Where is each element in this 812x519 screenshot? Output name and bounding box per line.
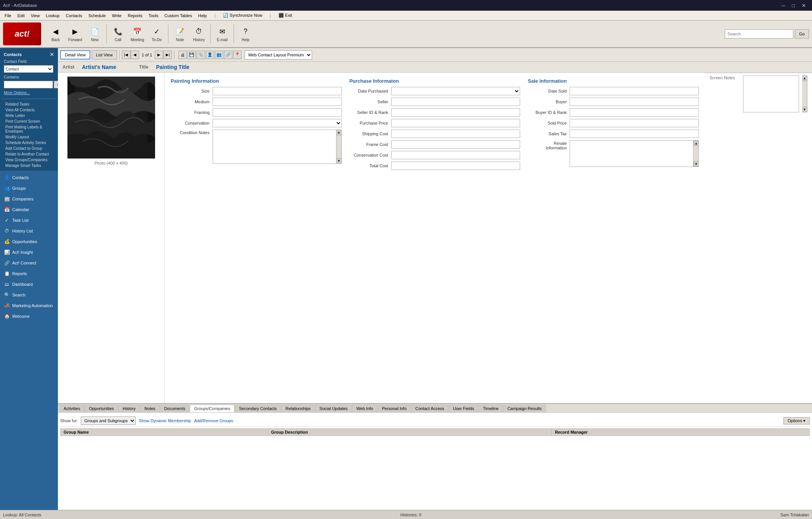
menu-view[interactable]: View	[28, 12, 43, 19]
tab-notes[interactable]: Notes	[140, 405, 160, 412]
groups-options-button[interactable]: Options ▾	[783, 417, 810, 424]
todo-button[interactable]: ✓ To-Do	[147, 22, 166, 45]
close-button[interactable]: ✕	[799, 2, 809, 9]
tab-timeline[interactable]: Timeline	[479, 405, 503, 412]
link-button[interactable]: 🔗	[224, 51, 232, 59]
sidebar-item-companies[interactable]: 🏢 Companies	[0, 194, 58, 204]
seller-id-rank-input[interactable]	[391, 108, 521, 117]
add-contact-to-group-link[interactable]: Add Contact to Group	[2, 146, 56, 151]
detail-view-button[interactable]: Detail View	[60, 50, 90, 59]
tab-documents[interactable]: Documents	[160, 405, 190, 412]
resale-info-textarea[interactable]	[570, 141, 693, 167]
group-description-column-header[interactable]: Group Description	[268, 429, 552, 436]
layout-select[interactable]: Web Contact Layout Premium	[245, 50, 312, 59]
condition-notes-textarea[interactable]	[213, 130, 336, 164]
sidebar-item-groups[interactable]: 👥 Groups	[0, 183, 58, 194]
add-remove-groups-link[interactable]: Add/Remove Groups	[194, 418, 233, 423]
menu-lookup[interactable]: Lookup	[43, 12, 62, 19]
scrollbar-down-button[interactable]: ▼	[336, 158, 341, 163]
tab-campaign-results[interactable]: Campaign Results	[503, 405, 546, 412]
new-button[interactable]: 📄 New	[86, 22, 104, 45]
attach-button[interactable]: 📎	[197, 51, 205, 59]
write-letter-link[interactable]: Write Letter	[2, 113, 56, 119]
sales-tax-input[interactable]	[570, 130, 699, 138]
minimize-button[interactable]: ─	[778, 2, 788, 9]
more-options-link[interactable]: More Options...	[2, 89, 56, 96]
sidebar-search-input[interactable]	[4, 81, 53, 88]
resale-scrollbar-up[interactable]: ▲	[693, 141, 699, 146]
last-record-button[interactable]: ▶|	[163, 51, 172, 59]
size-input[interactable]	[213, 87, 342, 95]
framing-input[interactable]	[213, 108, 342, 117]
menu-tools[interactable]: Tools	[146, 12, 162, 19]
menu-schedule[interactable]: Schedule	[85, 12, 109, 19]
schedule-activity-series-link[interactable]: Schedule Activity Series	[2, 140, 56, 146]
sidebar-item-reports[interactable]: 📋 Reports	[0, 268, 58, 279]
menu-write[interactable]: Write	[109, 12, 125, 19]
menu-contacts[interactable]: Contacts	[62, 12, 85, 19]
menu-file[interactable]: File	[2, 12, 14, 19]
search-go-button[interactable]: Go	[795, 29, 809, 38]
prev-record-button[interactable]: ◀	[131, 51, 139, 59]
restore-button[interactable]: □	[789, 2, 798, 9]
shipping-cost-input[interactable]	[391, 130, 521, 138]
screen-notes-scrollbar-up[interactable]: ▲	[802, 76, 807, 81]
menu-exit[interactable]: ⬛ Exit	[275, 12, 295, 19]
sold-price-input[interactable]	[570, 119, 699, 127]
conservation-cost-input[interactable]	[391, 151, 521, 159]
sidebar-go-button[interactable]: Go	[54, 81, 58, 88]
tab-web-info[interactable]: Web Info	[352, 405, 377, 412]
map-button[interactable]: 📍	[233, 51, 242, 59]
call-button[interactable]: 📞 Call	[109, 22, 127, 45]
related-tasks-link[interactable]: Related Tasks	[2, 101, 56, 107]
show-dynamic-membership-link[interactable]: Show Dynamic Membership	[139, 418, 191, 423]
manage-smart-tasks-link[interactable]: Manage Smart Tasks	[2, 163, 56, 168]
menu-reports[interactable]: Reports	[125, 12, 146, 19]
forward-button[interactable]: ▶ Forward	[66, 22, 85, 45]
sidebar-item-marketing-automation[interactable]: 📣 Marketing Automation	[0, 300, 58, 311]
list-view-button[interactable]: List View	[92, 50, 117, 59]
tab-social-updates[interactable]: Social Updates	[315, 405, 352, 412]
group-button[interactable]: 👥	[215, 51, 223, 59]
sidebar-item-contacts[interactable]: 👤 Contacts	[0, 172, 58, 183]
buyer-input[interactable]	[570, 98, 699, 106]
sidebar-collapse-button[interactable]: ✕	[50, 51, 54, 58]
tab-activities[interactable]: Activities	[59, 405, 84, 412]
sidebar-item-welcome[interactable]: 🏠 Welcome	[0, 311, 58, 322]
print-current-screen-link[interactable]: Print Current Screen	[2, 119, 56, 124]
date-sold-input[interactable]	[570, 87, 699, 95]
print-mailing-labels-link[interactable]: Print Mailing Labels & Envelopes	[2, 124, 56, 134]
meeting-button[interactable]: 📅 Meeting	[128, 22, 147, 45]
tab-personal-info[interactable]: Personal Info	[378, 405, 411, 412]
menu-custom-tables[interactable]: Custom Tables	[161, 12, 195, 19]
sidebar-item-task-list[interactable]: ✓ Task List	[0, 215, 58, 226]
menu-edit[interactable]: Edit	[14, 12, 28, 19]
group-name-column-header[interactable]: Group Name	[61, 429, 268, 436]
sidebar-item-opportunities[interactable]: 💰 Opportunities	[0, 236, 58, 247]
print-button[interactable]: 🖨	[178, 51, 187, 59]
resale-scrollbar-down[interactable]: ▼	[693, 161, 699, 167]
view-all-contacts-link[interactable]: View All Contacts	[2, 107, 56, 113]
tab-user-fields[interactable]: User Fields	[449, 405, 479, 412]
seller-input[interactable]	[391, 98, 521, 106]
modify-layout-link[interactable]: Modify Layout	[2, 134, 56, 140]
purchase-price-input[interactable]	[391, 119, 521, 127]
person-button[interactable]: 👤	[206, 51, 214, 59]
date-purchased-select[interactable]	[391, 87, 521, 95]
tab-contact-access[interactable]: Contact Access	[411, 405, 448, 412]
help-button[interactable]: ? Help	[236, 22, 255, 45]
buyer-id-rank-input[interactable]	[570, 108, 699, 117]
sidebar-item-history-list[interactable]: ⏱ History List	[0, 226, 58, 236]
first-record-button[interactable]: |◀	[122, 51, 130, 59]
history-button[interactable]: ⏱ History	[190, 22, 208, 45]
note-button[interactable]: 📝 Note	[171, 22, 189, 45]
save-button[interactable]: 💾	[187, 51, 196, 59]
sidebar-item-search[interactable]: 🔍 Search	[0, 290, 58, 300]
record-manager-column-header[interactable]: Record Manager	[552, 429, 810, 436]
contact-field-select[interactable]: Contact	[4, 65, 53, 73]
view-groups-companies-link[interactable]: View Groups/Companies	[2, 157, 56, 163]
screen-notes-scrollbar-down[interactable]: ▼	[802, 107, 807, 112]
medium-input[interactable]	[213, 98, 342, 106]
tab-opportunities[interactable]: Opportunities	[85, 405, 118, 412]
sidebar-item-act-insight[interactable]: 📊 Act! Insight	[0, 247, 58, 258]
